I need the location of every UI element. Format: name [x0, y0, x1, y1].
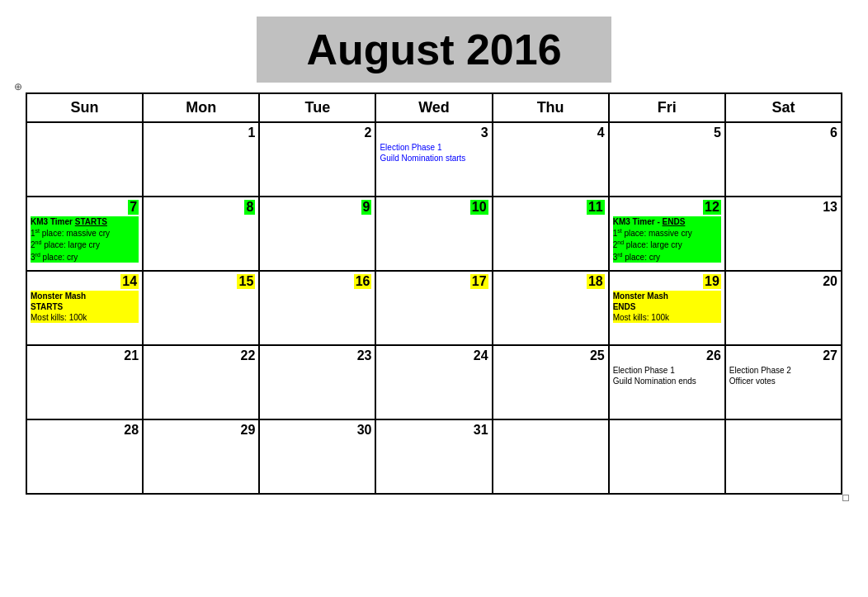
day-num-span: 27: [729, 348, 837, 363]
day-num-span: 13: [729, 200, 837, 215]
day-num-span: 17: [470, 274, 488, 289]
calendar-event: KM3 Timer STARTS1st place: massive cry2n…: [31, 216, 139, 263]
calendar-cell: 25: [493, 345, 609, 419]
calendar-cell: 9: [259, 197, 375, 271]
calendar-cell: 3Election Phase 1Guild Nomination starts: [375, 122, 492, 197]
calendar-event: Monster MashENDSMost kills: 100k: [613, 291, 721, 323]
calendar-week-row: 28293031: [26, 419, 842, 494]
day-number: 11: [497, 200, 605, 215]
day-num-span: 23: [263, 348, 371, 363]
day-number: 1: [147, 126, 255, 140]
day-num-span: 24: [380, 348, 488, 363]
day-number: 14: [31, 274, 139, 289]
calendar-cell: [493, 419, 609, 494]
calendar-event: Election Phase 1Guild Nomination ends: [613, 365, 721, 386]
day-num-span: 10: [470, 200, 488, 215]
calendar-cell: 27Election Phase 2Officer votes: [725, 345, 842, 419]
day-number: 27: [729, 348, 837, 363]
calendar-cell: 23: [259, 345, 375, 419]
calendar-cell: 6: [725, 122, 842, 197]
day-number: 23: [263, 348, 371, 363]
calendar-week-row: 14Monster MashSTARTSMost kills: 100k1516…: [26, 271, 842, 345]
day-number: 31: [380, 423, 488, 438]
calendar-event: Election Phase 1Guild Nomination starts: [380, 142, 488, 163]
day-number: 20: [729, 274, 837, 289]
day-num-span: 31: [380, 423, 488, 438]
calendar-cell: 1: [143, 122, 259, 197]
day-num-span: 11: [587, 200, 605, 215]
day-number: 2: [263, 126, 371, 140]
calendar-event: Monster MashSTARTSMost kills: 100k: [31, 291, 139, 323]
day-number: 13: [729, 200, 837, 215]
calendar-cell: 10: [375, 197, 492, 271]
calendar-cell: 29: [143, 419, 259, 494]
calendar-week-row: 212223242526Election Phase 1Guild Nomina…: [26, 345, 842, 419]
move-icon[interactable]: ⊕: [14, 81, 22, 92]
calendar-week-row: 7KM3 Timer STARTS1st place: massive cry2…: [26, 197, 842, 271]
day-num-span: 2: [263, 126, 371, 140]
day-num-span: 12: [703, 200, 721, 215]
calendar-cell: 22: [143, 345, 259, 419]
day-number: 5: [613, 126, 721, 140]
day-num-span: 25: [497, 348, 605, 363]
calendar-event: KM3 Timer - ENDS1st place: massive cry2n…: [613, 216, 721, 263]
day-num-span: 20: [729, 274, 837, 289]
day-number: 21: [31, 348, 139, 363]
calendar-cell: 16: [259, 271, 375, 345]
day-num-span: 16: [354, 274, 372, 289]
header-fri: Fri: [609, 93, 725, 122]
day-num-span: 26: [613, 348, 721, 363]
header-mon: Mon: [143, 93, 259, 122]
day-num-span: 18: [587, 274, 605, 289]
calendar-cell: 11: [493, 197, 609, 271]
day-number: 22: [147, 348, 255, 363]
calendar-cell: 21: [26, 345, 143, 419]
day-num-span: 8: [244, 200, 255, 215]
calendar-cell: [725, 419, 842, 494]
day-num-span: 3: [380, 126, 488, 140]
calendar-event: Election Phase 2Officer votes: [729, 365, 837, 386]
day-number: 30: [263, 423, 371, 438]
day-num-span: 15: [237, 274, 255, 289]
day-num-span: 7: [128, 200, 139, 215]
calendar-cell: 31: [375, 419, 492, 494]
resize-handle[interactable]: [842, 495, 849, 501]
calendar-cell: 20: [725, 271, 842, 345]
header-sun: Sun: [26, 93, 143, 122]
day-number: 12: [613, 200, 721, 215]
day-num-span: 4: [497, 126, 605, 140]
calendar-cell: 2: [259, 122, 375, 197]
calendar-cell: 18: [493, 271, 609, 345]
day-number: 7: [31, 200, 139, 215]
day-number: 17: [380, 274, 488, 289]
day-num-span: 5: [613, 126, 721, 140]
calendar-cell: 19Monster MashENDSMost kills: 100k: [609, 271, 725, 345]
calendar-table: SunMonTueWedThuFriSat 123Election Phase …: [26, 92, 842, 495]
calendar-cell: 30: [259, 419, 375, 494]
day-number: 28: [31, 423, 139, 438]
header-thu: Thu: [493, 93, 609, 122]
day-number: 24: [380, 348, 488, 363]
calendar-cell: [26, 122, 143, 197]
day-num-span: 30: [263, 423, 371, 438]
day-number: 9: [263, 200, 371, 215]
calendar-cell: 7KM3 Timer STARTS1st place: massive cry2…: [26, 197, 143, 271]
day-num-span: 14: [120, 274, 139, 289]
day-num-span: 6: [729, 126, 837, 140]
calendar-cell: 13: [725, 197, 842, 271]
calendar-cell: 15: [143, 271, 259, 345]
day-number: 10: [380, 200, 488, 215]
calendar-cell: 28: [26, 419, 143, 494]
calendar-cell: 4: [493, 122, 609, 197]
day-number: 18: [497, 274, 605, 289]
day-num-span: 22: [147, 348, 255, 363]
day-number: 4: [497, 126, 605, 140]
calendar-cell: 26Election Phase 1Guild Nomination ends: [609, 345, 725, 419]
day-num-span: 21: [31, 348, 139, 363]
calendar-cell: 24: [375, 345, 492, 419]
day-num-span: 1: [147, 126, 255, 140]
day-number: 25: [497, 348, 605, 363]
day-number: 6: [729, 126, 837, 140]
day-num-span: 29: [147, 423, 255, 438]
calendar-week-row: 123Election Phase 1Guild Nomination star…: [26, 122, 842, 197]
